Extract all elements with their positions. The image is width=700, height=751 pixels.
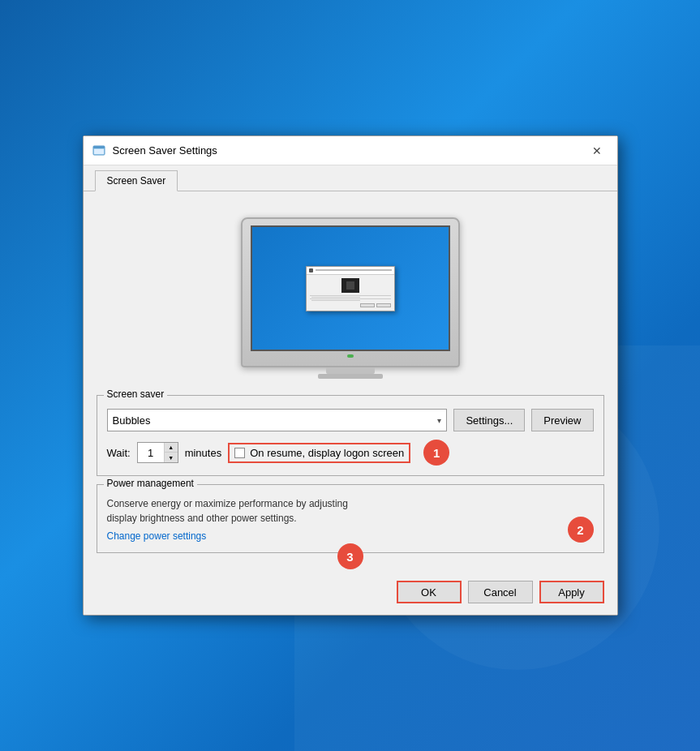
svg-rect-2 — [94, 149, 104, 154]
svg-rect-1 — [93, 146, 105, 148]
inner-btn-1 — [360, 303, 375, 307]
inner-line-2 — [311, 297, 360, 298]
spinner-buttons: ▲ ▼ — [164, 443, 178, 462]
monitor-led — [347, 354, 354, 358]
monitor — [241, 217, 460, 379]
preview-button[interactable]: Preview — [531, 409, 593, 431]
inner-body — [307, 275, 394, 311]
minutes-label: minutes — [185, 447, 222, 459]
power-group-label: Power management — [104, 478, 197, 489]
badge-3-container: 3 — [337, 543, 363, 569]
logon-label: On resume, display logon screen — [250, 447, 404, 459]
inner-dialog — [306, 266, 395, 311]
spinner-up-button[interactable]: ▲ — [165, 443, 178, 453]
badge-1: 1 — [423, 440, 449, 466]
logon-checkbox-area: On resume, display logon screen — [228, 443, 410, 463]
bottom-buttons: OK Cancel Apply — [84, 573, 617, 615]
inner-title-bar — [307, 267, 394, 275]
ok-button[interactable]: OK — [397, 581, 462, 603]
dialog-body: Screen saver Bubbles ▾ Settings... Previ… — [84, 191, 617, 573]
inner-line-3 — [310, 298, 391, 299]
bottom-area: 3 OK Cancel Apply — [84, 573, 617, 615]
logon-checkbox[interactable] — [234, 448, 245, 458]
screensaver-row: Bubbles ▾ Settings... Preview — [107, 409, 594, 431]
screen-saver-dialog: Screen Saver Settings ✕ Screen Saver — [83, 135, 618, 616]
cancel-button[interactable]: Cancel — [468, 581, 533, 603]
inner-square-inner — [346, 281, 354, 290]
monitor-stand-top — [326, 367, 375, 374]
power-text-area: Conserve energy or maximize performance … — [107, 491, 348, 543]
tab-screensaver[interactable]: Screen Saver — [95, 170, 178, 191]
change-power-settings-link[interactable]: Change power settings — [107, 530, 207, 542]
preview-area — [97, 204, 604, 395]
power-row: Conserve energy or maximize performance … — [107, 491, 594, 543]
dropdown-value: Bubbles — [113, 414, 151, 427]
chevron-down-icon: ▾ — [437, 416, 441, 425]
power-description: Conserve energy or maximize performance … — [107, 496, 348, 526]
inner-line-4 — [311, 300, 360, 301]
badge-2: 2 — [568, 517, 594, 543]
badge-3: 3 — [337, 543, 363, 569]
inner-buttons — [310, 303, 391, 307]
apply-button[interactable]: Apply — [539, 581, 604, 603]
inner-square — [341, 278, 359, 293]
monitor-screen — [251, 225, 450, 351]
wait-row: Wait: ▲ ▼ minutes On resume, display log… — [107, 440, 594, 466]
window-icon — [92, 144, 106, 158]
wait-label: Wait: — [107, 447, 131, 459]
screensaver-group: Screen saver Bubbles ▾ Settings... Previ… — [97, 395, 604, 476]
screensaver-group-label: Screen saver — [104, 388, 168, 400]
spinner-down-button[interactable]: ▼ — [165, 453, 178, 462]
title-bar-left: Screen Saver Settings — [92, 144, 217, 158]
monitor-frame — [241, 217, 460, 367]
wait-spinner: ▲ ▼ — [137, 442, 178, 463]
dialog-title: Screen Saver Settings — [113, 144, 217, 157]
inner-btn-2 — [376, 303, 391, 307]
wait-input[interactable] — [138, 443, 164, 462]
inner-screen — [252, 227, 449, 350]
tab-bar: Screen Saver — [84, 165, 617, 191]
inner-line-1 — [310, 295, 391, 296]
inner-title-line — [316, 269, 392, 271]
settings-button[interactable]: Settings... — [453, 409, 525, 431]
close-button[interactable]: ✕ — [586, 141, 608, 161]
screensaver-dropdown[interactable]: Bubbles ▾ — [107, 409, 448, 431]
monitor-stand-bottom — [318, 374, 383, 379]
inner-title-icon — [309, 268, 313, 273]
title-bar: Screen Saver Settings ✕ — [84, 136, 617, 165]
